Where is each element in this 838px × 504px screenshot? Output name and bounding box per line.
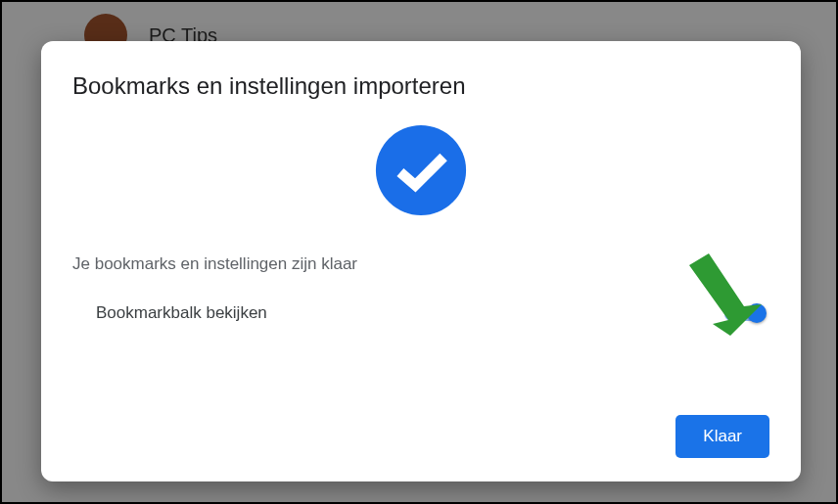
done-button[interactable]: Klaar	[675, 415, 769, 458]
svg-point-0	[376, 125, 466, 215]
dialog-title: Bookmarks en instellingen importeren	[72, 72, 769, 100]
toggle-label: Bookmarkbalk bekijken	[96, 303, 267, 323]
bookmarkbar-toggle[interactable]	[724, 304, 764, 322]
toggle-row: Bookmarkbalk bekijken	[72, 303, 769, 323]
import-dialog: Bookmarks en instellingen importeren Je …	[41, 41, 801, 481]
dialog-actions: Klaar	[72, 415, 769, 458]
success-hero	[72, 123, 769, 217]
status-text: Je bookmarks en instellingen zijn klaar	[72, 254, 769, 274]
toggle-knob	[747, 303, 767, 323]
checkmark-circle-icon	[374, 123, 468, 217]
